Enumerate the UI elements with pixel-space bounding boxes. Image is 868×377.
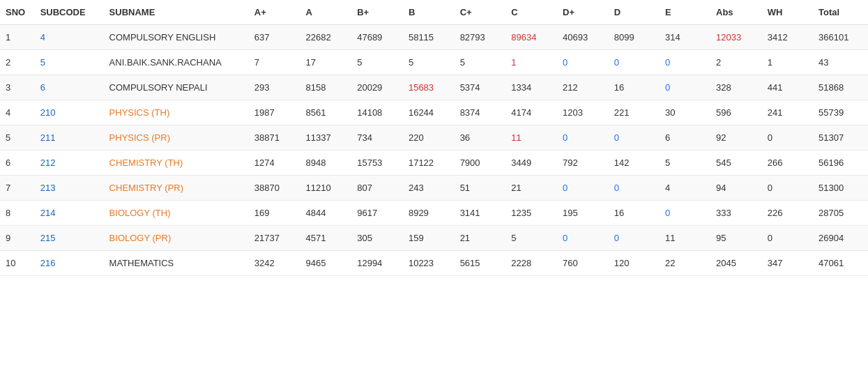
- cell-b: 58115: [403, 25, 455, 50]
- cell-sno: 10: [0, 251, 35, 276]
- header-abs: Abs: [710, 0, 762, 25]
- cell-c: 21: [505, 176, 557, 201]
- cell-bplus: 807: [351, 176, 403, 201]
- cell-cplus: 7900: [455, 151, 506, 176]
- cell-b: 243: [403, 176, 455, 201]
- header-e: E: [660, 0, 710, 25]
- cell-subname: BIOLOGY (TH): [104, 201, 249, 226]
- cell-total: 51300: [813, 176, 868, 201]
- cell-subname: CHEMISTRY (TH): [104, 151, 249, 176]
- cell-total: 43: [813, 50, 868, 75]
- header-subcode: SUBCODE: [35, 0, 104, 25]
- table-row: 8214BIOLOGY (TH)169484496178929314112351…: [0, 201, 868, 226]
- cell-dplus: 40693: [557, 25, 609, 50]
- cell-c: 1334: [505, 75, 557, 100]
- cell-subcode: 213: [35, 176, 104, 201]
- cell-total: 51307: [813, 125, 868, 151]
- cell-aplus: 1274: [249, 151, 300, 176]
- cell-sno: 9: [0, 226, 35, 251]
- header-subname: SUBNAME: [104, 0, 249, 25]
- cell-d: 16: [609, 75, 660, 100]
- cell-subcode: 215: [35, 226, 104, 251]
- cell-subcode: 216: [35, 251, 104, 276]
- cell-c: 4174: [505, 100, 557, 125]
- cell-bplus: 734: [351, 125, 403, 151]
- cell-cplus: 36: [455, 125, 506, 151]
- header-d: D: [609, 0, 660, 25]
- cell-d: 120: [609, 251, 660, 276]
- cell-b: 5: [403, 50, 455, 75]
- cell-subname: COMPULSORY ENGLISH: [104, 25, 249, 50]
- cell-a: 8158: [300, 75, 351, 100]
- cell-dplus: 1203: [557, 100, 609, 125]
- cell-bplus: 305: [351, 226, 403, 251]
- table-row: 9215BIOLOGY (PR)217374571305159215001195…: [0, 226, 868, 251]
- cell-e: 11: [660, 226, 710, 251]
- cell-a: 9465: [300, 251, 351, 276]
- cell-cplus: 21: [455, 226, 506, 251]
- cell-subname: PHYSICS (TH): [104, 100, 249, 125]
- cell-cplus: 82793: [455, 25, 506, 50]
- cell-aplus: 38871: [249, 125, 300, 151]
- cell-b: 220: [403, 125, 455, 151]
- cell-a: 22682: [300, 25, 351, 50]
- cell-dplus: 0: [557, 226, 609, 251]
- cell-a: 11337: [300, 125, 351, 151]
- cell-abs: 92: [710, 125, 762, 151]
- cell-a: 17: [300, 50, 351, 75]
- cell-dplus: 792: [557, 151, 609, 176]
- cell-e: 0: [660, 50, 710, 75]
- cell-d: 0: [609, 176, 660, 201]
- cell-total: 51868: [813, 75, 868, 100]
- cell-total: 28705: [813, 201, 868, 226]
- cell-d: 221: [609, 100, 660, 125]
- cell-dplus: 195: [557, 201, 609, 226]
- cell-total: 55739: [813, 100, 868, 125]
- cell-bplus: 5: [351, 50, 403, 75]
- cell-e: 0: [660, 201, 710, 226]
- cell-d: 0: [609, 125, 660, 151]
- cell-subcode: 6: [35, 75, 104, 100]
- cell-bplus: 20029: [351, 75, 403, 100]
- cell-abs: 94: [710, 176, 762, 201]
- table-row: 36COMPULSORY NEPALI293815820029156835374…: [0, 75, 868, 100]
- cell-bplus: 9617: [351, 201, 403, 226]
- cell-c: 5: [505, 226, 557, 251]
- cell-wh: 0: [762, 226, 813, 251]
- cell-sno: 7: [0, 176, 35, 201]
- cell-subname: MATHEMATICS: [104, 251, 249, 276]
- cell-a: 8561: [300, 100, 351, 125]
- table-header-row: SNO SUBCODE SUBNAME A+ A B+ B C+ C D+ D …: [0, 0, 868, 25]
- cell-wh: 347: [762, 251, 813, 276]
- cell-subcode: 210: [35, 100, 104, 125]
- cell-abs: 328: [710, 75, 762, 100]
- cell-a: 11210: [300, 176, 351, 201]
- cell-wh: 266: [762, 151, 813, 176]
- header-b: B: [403, 0, 455, 25]
- cell-total: 56196: [813, 151, 868, 176]
- cell-sno: 2: [0, 50, 35, 75]
- cell-e: 314: [660, 25, 710, 50]
- cell-e: 6: [660, 125, 710, 151]
- cell-c: 1: [505, 50, 557, 75]
- table-row: 6212CHEMISTRY (TH)1274894815753171227900…: [0, 151, 868, 176]
- cell-b: 17122: [403, 151, 455, 176]
- cell-total: 26904: [813, 226, 868, 251]
- header-aplus: A+: [249, 0, 300, 25]
- cell-aplus: 1987: [249, 100, 300, 125]
- cell-bplus: 47689: [351, 25, 403, 50]
- table-row: 14COMPULSORY ENGLISH63722682476895811582…: [0, 25, 868, 50]
- header-cplus: C+: [455, 0, 506, 25]
- cell-aplus: 38870: [249, 176, 300, 201]
- cell-abs: 12033: [710, 25, 762, 50]
- cell-c: 3449: [505, 151, 557, 176]
- cell-subname: COMPULSORY NEPALI: [104, 75, 249, 100]
- cell-wh: 241: [762, 100, 813, 125]
- cell-e: 30: [660, 100, 710, 125]
- cell-aplus: 7: [249, 50, 300, 75]
- grades-table: SNO SUBCODE SUBNAME A+ A B+ B C+ C D+ D …: [0, 0, 868, 276]
- header-total: Total: [813, 0, 868, 25]
- cell-abs: 333: [710, 201, 762, 226]
- cell-dplus: 760: [557, 251, 609, 276]
- cell-abs: 95: [710, 226, 762, 251]
